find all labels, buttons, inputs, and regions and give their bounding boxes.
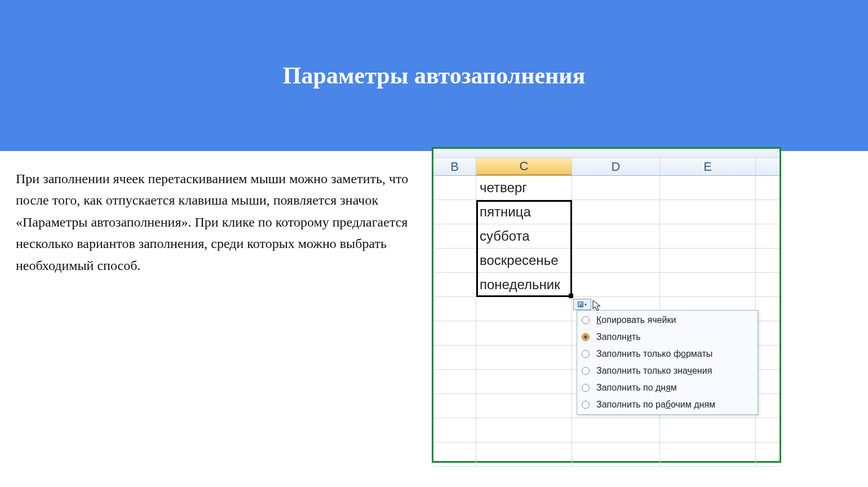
cell[interactable]	[572, 176, 660, 200]
column-header-D[interactable]: D	[572, 158, 660, 175]
cell[interactable]	[660, 273, 756, 297]
cell[interactable]	[756, 394, 780, 418]
menu-label: Заполнить только значения	[596, 366, 712, 376]
cell[interactable]	[433, 224, 476, 249]
cell[interactable]	[756, 418, 780, 442]
cell[interactable]	[660, 200, 756, 224]
radio-icon	[582, 384, 590, 392]
grid-row: понедельник	[433, 273, 780, 297]
cell[interactable]: пятница	[476, 200, 572, 224]
cell[interactable]	[756, 200, 780, 224]
column-header-C[interactable]: C	[476, 158, 572, 175]
cell[interactable]	[756, 346, 780, 370]
autofill-options-menu: Копировать ячейки Заполнить Заполнить то…	[577, 310, 758, 415]
cell[interactable]	[476, 321, 572, 346]
grid-row	[433, 418, 780, 442]
cell[interactable]	[660, 176, 756, 200]
grid-row: воскресенье	[433, 249, 780, 273]
body-paragraph: При заполнении ячеек перетаскиванием мыш…	[16, 168, 410, 276]
radio-icon	[582, 350, 590, 358]
cell[interactable]	[476, 346, 572, 370]
cell[interactable]	[433, 442, 476, 467]
cell[interactable]	[756, 321, 780, 346]
cell[interactable]	[756, 297, 780, 321]
autofill-option-fill-days[interactable]: Заполнить по дням	[577, 379, 758, 396]
cell[interactable]	[660, 249, 756, 273]
cell[interactable]: четверг	[476, 176, 572, 200]
radio-icon	[582, 333, 590, 341]
cell[interactable]	[433, 273, 476, 297]
column-header-B[interactable]: B	[433, 158, 476, 175]
cell[interactable]	[756, 176, 780, 200]
cell[interactable]	[572, 418, 660, 442]
slide-header: Параметры автозаполнения	[0, 0, 868, 151]
cell[interactable]	[660, 442, 756, 467]
autofill-option-fill-values-only[interactable]: Заполнить только значения	[577, 362, 758, 379]
cell[interactable]: суббота	[476, 224, 572, 249]
autofill-options-button[interactable]: + ▾	[573, 299, 591, 310]
cell[interactable]	[433, 418, 476, 442]
column-header-blank[interactable]	[756, 158, 780, 175]
cell[interactable]	[433, 249, 476, 273]
cell[interactable]	[476, 370, 572, 394]
cell[interactable]	[756, 442, 780, 467]
radio-icon	[582, 316, 590, 324]
column-header-row: B C D E	[433, 158, 780, 176]
cell[interactable]	[476, 418, 572, 442]
cell[interactable]	[660, 418, 756, 442]
menu-label: Заполнить	[596, 332, 641, 342]
column-header-E[interactable]: E	[660, 158, 756, 175]
cell[interactable]	[476, 394, 572, 418]
cell[interactable]	[756, 370, 780, 394]
cell[interactable]	[572, 224, 660, 249]
cell[interactable]	[433, 321, 476, 346]
cell[interactable]: понедельник	[476, 273, 572, 297]
cell[interactable]	[756, 224, 780, 249]
grid-row	[433, 442, 780, 467]
autofill-option-fill-formats-only[interactable]: Заполнить только форматы	[577, 346, 758, 362]
cell[interactable]	[572, 249, 660, 273]
autofill-option-copy-cells[interactable]: Копировать ячейки	[577, 312, 758, 329]
cell[interactable]: воскресенье	[476, 249, 572, 273]
cell[interactable]	[660, 224, 756, 249]
chevron-down-icon: ▾	[584, 302, 587, 307]
grid-row: пятница	[433, 200, 780, 224]
cell[interactable]	[572, 442, 660, 467]
menu-label: Заполнить по рабочим дням	[596, 400, 715, 410]
radio-icon	[582, 401, 590, 409]
spreadsheet-grid: четверг пятница суббота воскресенье	[433, 176, 780, 467]
slide-title: Параметры автозаполнения	[283, 62, 585, 89]
grid-row: суббота	[433, 224, 780, 249]
cell[interactable]	[433, 370, 476, 394]
autofill-option-fill-weekdays[interactable]: Заполнить по рабочим дням	[577, 396, 758, 413]
menu-label: Заполнить по дням	[596, 383, 677, 393]
menu-label: Заполнить только форматы	[596, 349, 712, 359]
menu-label: Копировать ячейки	[596, 315, 676, 325]
cell[interactable]	[476, 297, 572, 321]
cell[interactable]	[572, 200, 660, 224]
radio-icon	[582, 367, 590, 375]
autofill-option-fill[interactable]: Заполнить	[577, 329, 758, 346]
cell[interactable]	[433, 394, 476, 418]
cell[interactable]	[476, 442, 572, 467]
cell[interactable]	[756, 273, 780, 297]
cell[interactable]	[433, 200, 476, 224]
cell[interactable]	[572, 273, 660, 297]
excel-top-band	[433, 149, 780, 158]
excel-screenshot: B C D E четверг пятница суббота	[432, 147, 781, 463]
grid-row: четверг	[433, 176, 780, 200]
plus-icon: +	[579, 304, 582, 309]
cell[interactable]	[433, 346, 476, 370]
cell[interactable]	[756, 249, 780, 273]
cell[interactable]	[433, 176, 476, 200]
cell[interactable]	[433, 297, 476, 321]
